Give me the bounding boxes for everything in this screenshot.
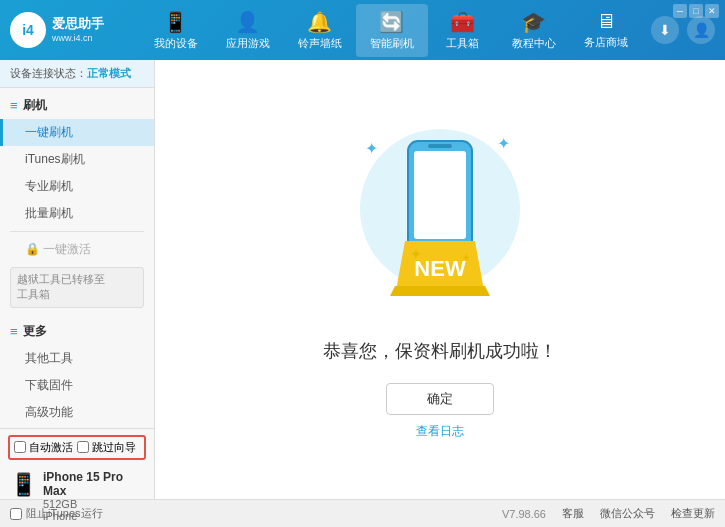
itunes-label: 阻止iTunes运行 — [26, 506, 103, 521]
nav-item-my-device[interactable]: 📱 我的设备 — [140, 4, 212, 57]
auto-options-row: 自动激活 跳过向导 — [8, 435, 146, 460]
nav-bar: 📱 我的设备 👤 应用游戏 🔔 铃声墙纸 🔄 智能刷机 🧰 工具箱 🎓 — [130, 4, 651, 57]
business-icon: 🖥 — [596, 10, 616, 33]
device-icon: 📱 — [10, 472, 37, 498]
toolbox-icon: 🧰 — [450, 10, 475, 34]
sidebar-more-section: ≡ 更多 其他工具 下载固件 高级功能 — [0, 316, 154, 428]
nav-item-business[interactable]: 🖥 务店商域 — [570, 4, 642, 57]
view-log-link[interactable]: 查看日志 — [416, 423, 464, 440]
itunes-flash-label: iTunes刷机 — [25, 152, 85, 166]
batch-flash-label: 批量刷机 — [25, 206, 73, 220]
confirm-button[interactable]: 确定 — [386, 383, 494, 415]
one-key-flash-label: 一键刷机 — [25, 125, 73, 139]
nav-item-apps-games[interactable]: 👤 应用游戏 — [212, 4, 284, 57]
nav-item-tutorial[interactable]: 🎓 教程中心 — [498, 4, 570, 57]
success-illustration: ✦ ✦ NEW ✦ — [350, 119, 530, 319]
sidebar-status: 设备连接状态：正常模式 — [0, 60, 154, 88]
svg-marker-5 — [390, 286, 490, 296]
itunes-checkbox[interactable] — [10, 508, 22, 520]
tutorial-icon: 🎓 — [521, 10, 546, 34]
header: i4 爱思助手 www.i4.cn 📱 我的设备 👤 应用游戏 🔔 铃声墙纸 🔄 — [0, 0, 725, 60]
maximize-button[interactable]: □ — [689, 4, 703, 18]
brand-url: www.i4.cn — [52, 33, 104, 45]
svg-rect-3 — [428, 144, 452, 148]
sidebar-item-one-key-activate: 🔒 一键激活 — [0, 236, 154, 263]
nav-label-business: 务店商域 — [584, 35, 628, 50]
other-tools-label: 其他工具 — [25, 351, 73, 365]
sidebar-item-itunes-flash[interactable]: iTunes刷机 — [0, 146, 154, 173]
logo-icon: i4 — [10, 12, 46, 48]
sidebar-item-one-key-flash[interactable]: 一键刷机 — [0, 119, 154, 146]
sparkle-topleft: ✦ — [365, 139, 378, 158]
download-button[interactable]: ⬇ — [651, 16, 679, 44]
skip-guide-input[interactable] — [77, 441, 89, 453]
svg-text:NEW: NEW — [414, 256, 466, 281]
sparkle-topright: ✦ — [497, 134, 510, 153]
sidebar-item-advanced[interactable]: 高级功能 — [0, 399, 154, 426]
nav-item-ringtone[interactable]: 🔔 铃声墙纸 — [284, 4, 356, 57]
logo-letter: i4 — [22, 22, 34, 38]
svg-text:✦: ✦ — [462, 252, 470, 263]
one-key-activate-label: 🔒 一键激活 — [25, 242, 91, 256]
nav-label-tutorial: 教程中心 — [512, 36, 556, 51]
status-mode: 正常模式 — [87, 67, 131, 79]
nav-label-smart-flash: 智能刷机 — [370, 36, 414, 51]
skip-guide-label: 跳过向导 — [92, 440, 136, 455]
sidebar-notice: 越狱工具已转移至工具箱 — [10, 267, 144, 308]
download-firmware-label: 下载固件 — [25, 378, 73, 392]
footer-right: V7.98.66 客服 微信公众号 检查更新 — [502, 506, 715, 521]
sidebar: 设备连接状态：正常模式 ≡ 刷机 一键刷机 iTunes刷机 专业刷机 批量刷机 — [0, 60, 155, 499]
more-group-icon: ≡ — [10, 324, 18, 339]
nav-label-my-device: 我的设备 — [154, 36, 198, 51]
sidebar-item-download-firmware[interactable]: 下载固件 — [0, 372, 154, 399]
sidebar-divider — [10, 231, 144, 232]
main-content: ✦ ✦ NEW ✦ — [155, 60, 725, 499]
nav-item-smart-flash[interactable]: 🔄 智能刷机 — [356, 4, 428, 57]
device-name: iPhone 15 Pro Max — [43, 470, 144, 498]
skip-guide-checkbox[interactable]: 跳过向导 — [77, 440, 136, 455]
logo-text: 爱思助手 www.i4.cn — [52, 16, 104, 45]
sidebar-item-batch-flash[interactable]: 批量刷机 — [0, 200, 154, 227]
nav-label-toolbox: 工具箱 — [446, 36, 479, 51]
footer-link-wechat[interactable]: 微信公众号 — [600, 506, 655, 521]
nav-label-ringtone: 铃声墙纸 — [298, 36, 342, 51]
apps-games-icon: 👤 — [235, 10, 260, 34]
svg-text:✦: ✦ — [410, 246, 422, 262]
brand-name: 爱思助手 — [52, 16, 104, 33]
close-button[interactable]: ✕ — [705, 4, 719, 18]
more-group-label: ≡ 更多 — [0, 318, 154, 345]
header-right: ⬇ 👤 — [651, 16, 715, 44]
auto-activate-label: 自动激活 — [29, 440, 73, 455]
flash-group-label: ≡ 刷机 — [0, 92, 154, 119]
sidebar-flash-section: ≡ 刷机 一键刷机 iTunes刷机 专业刷机 批量刷机 🔒 一键激活 — [0, 88, 154, 316]
nav-label-apps-games: 应用游戏 — [226, 36, 270, 51]
flash-group-text: 刷机 — [23, 97, 47, 114]
main-layout: 设备连接状态：正常模式 ≡ 刷机 一键刷机 iTunes刷机 专业刷机 批量刷机 — [0, 60, 725, 499]
footer-link-check-update[interactable]: 检查更新 — [671, 506, 715, 521]
pro-flash-label: 专业刷机 — [25, 179, 73, 193]
status-label: 设备连接状态： — [10, 67, 87, 79]
svg-rect-1 — [414, 151, 466, 239]
smart-flash-icon: 🔄 — [379, 10, 404, 34]
ringtone-icon: 🔔 — [307, 10, 332, 34]
sidebar-item-other-tools[interactable]: 其他工具 — [0, 345, 154, 372]
logo: i4 爱思助手 www.i4.cn — [10, 12, 130, 48]
user-button[interactable]: 👤 — [687, 16, 715, 44]
advanced-label: 高级功能 — [25, 405, 73, 419]
minimize-button[interactable]: ─ — [673, 4, 687, 18]
nav-item-toolbox[interactable]: 🧰 工具箱 — [428, 4, 498, 57]
more-group-text: 更多 — [23, 323, 47, 340]
footer-left: 阻止iTunes运行 — [10, 506, 502, 521]
sidebar-item-pro-flash[interactable]: 专业刷机 — [0, 173, 154, 200]
footer-link-customer-service[interactable]: 客服 — [562, 506, 584, 521]
notice-text: 越狱工具已转移至工具箱 — [17, 273, 105, 300]
success-message: 恭喜您，保资料刷机成功啦！ — [323, 339, 557, 363]
my-device-icon: 📱 — [163, 10, 188, 34]
new-badge: NEW ✦ ✦ — [390, 241, 490, 299]
auto-activate-input[interactable] — [14, 441, 26, 453]
auto-activate-checkbox[interactable]: 自动激活 — [14, 440, 73, 455]
flash-group-icon: ≡ — [10, 98, 18, 113]
version-label: V7.98.66 — [502, 508, 546, 520]
